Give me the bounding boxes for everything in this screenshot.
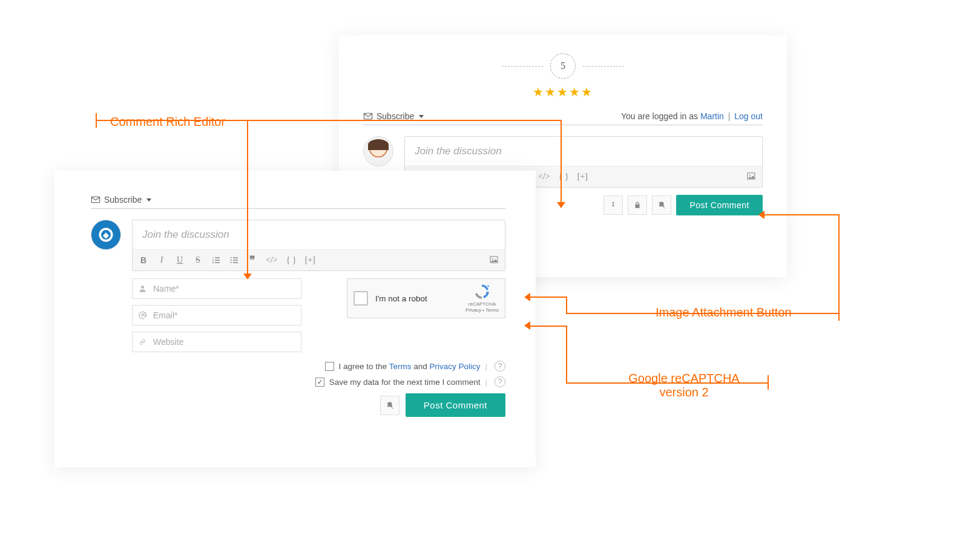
codeblock-button[interactable]: { } [559,172,569,182]
svg-point-10 [231,260,232,261]
avatar [363,136,393,166]
ordered-list-button[interactable] [211,255,221,265]
comment-input-row: Join the discussion B I U S ❞ </> { } [+… [91,220,505,271]
recaptcha-logo: reCAPTCHA Privacy • Terms [465,283,499,313]
star-rating[interactable]: ★★★★★ [363,85,763,99]
star-icon[interactable]: ★ [557,85,569,99]
save-data-checkbox[interactable]: ✓ [315,378,324,387]
rating-widget: 5 ★★★★★ [363,53,763,99]
spoiler-button[interactable]: [+] [577,172,588,182]
comment-editor[interactable]: Join the discussion B I U S ❞ </> { } [+… [132,220,505,271]
separator: | [485,362,487,371]
recaptcha-legal: Privacy • Terms [465,307,499,313]
recaptcha-label: I'm not a robot [375,294,427,303]
italic-button[interactable]: I [157,255,166,265]
subscribe-toggle[interactable]: Subscribe [91,195,151,205]
divider-line [502,66,543,67]
comment-textarea[interactable]: Join the discussion [405,137,762,166]
sticky-button[interactable] [603,195,623,215]
comment-header: Subscribe You are logged in as Martin | … [363,111,763,125]
svg-point-5 [749,174,751,175]
person-icon [138,284,147,293]
fields-column [132,278,301,352]
subscribe-label: Subscribe [104,195,142,205]
agree-terms-row: I agree to the Terms and Privacy Policy … [132,361,505,372]
name-field-wrap [132,278,301,299]
star-icon[interactable]: ★ [545,85,557,99]
subscribe-toggle[interactable]: Subscribe [363,111,424,121]
svg-point-14 [141,286,144,289]
login-status: You are logged in as Martin | Log out [621,111,763,121]
author-fields: I'm not a robot reCAPTCHA Privacy • Term… [91,278,505,352]
guest-comment-panel: Subscribe Join the discussion B I U S ❞ … [54,171,536,467]
at-icon [138,311,147,320]
post-comment-button[interactable]: Post Comment [676,195,763,215]
envelope-icon [363,111,373,121]
svg-point-7 [96,224,117,246]
blockquote-button[interactable]: ❞ [248,254,257,267]
website-field[interactable] [132,332,301,352]
svg-point-9 [231,257,232,258]
svg-rect-8 [103,232,109,238]
svg-rect-6 [91,197,99,202]
save-data-label: Save my data for the next time I comment [329,378,481,387]
separator: | [726,111,732,121]
notify-off-button[interactable] [652,195,671,215]
code-button[interactable]: </> [266,255,278,265]
star-icon[interactable]: ★ [581,85,593,99]
editor-toolbar: B I U S ❞ </> { } [+] [133,250,505,270]
notify-off-button[interactable] [380,396,400,415]
consent-section: I agree to the Terms and Privacy Policy … [91,361,505,387]
terms-link[interactable]: Terms [389,362,412,371]
private-button[interactable] [628,195,647,215]
svg-point-11 [231,262,232,263]
comment-header: Subscribe [91,195,505,209]
post-comment-button[interactable]: Post Comment [406,393,505,417]
strikethrough-button[interactable]: S [193,255,203,265]
recaptcha-brand: reCAPTCHA [465,301,499,307]
bold-button[interactable]: B [139,255,148,265]
recaptcha-widget[interactable]: I'm not a robot reCAPTCHA Privacy • Term… [347,278,505,318]
link-icon [138,338,147,347]
chevron-down-icon [419,115,424,118]
privacy-link[interactable]: Privacy Policy [429,362,480,371]
underline-button[interactable]: U [175,255,185,265]
image-attach-button[interactable] [746,171,756,183]
image-attach-button[interactable] [489,255,499,266]
username-link[interactable]: Martin [700,111,724,121]
logged-in-text: You are logged in as [621,111,700,121]
rating-count-circle: 5 [550,53,576,79]
email-field[interactable] [132,305,301,326]
help-icon[interactable]: ? [495,376,505,387]
envelope-icon [91,195,100,205]
divider-line [583,66,624,67]
logout-link[interactable]: Log out [734,111,763,121]
recaptcha-checkbox[interactable] [354,291,368,306]
star-icon[interactable]: ★ [569,85,581,99]
chevron-down-icon [146,198,151,202]
avatar [91,220,121,250]
help-icon[interactable]: ? [495,361,505,372]
svg-rect-0 [364,113,372,119]
email-field-wrap [132,305,301,326]
save-data-row: ✓ Save my data for the next time I comme… [132,376,505,387]
code-button[interactable]: </> [538,172,550,182]
comment-textarea[interactable]: Join the discussion [133,220,505,250]
annotation-label: Comment Rich Editor [110,115,225,129]
subscribe-label: Subscribe [377,111,414,121]
website-field-wrap [132,332,301,352]
annotation-label: Image Attachment Button [656,306,792,320]
agree-checkbox[interactable] [325,362,334,371]
star-icon[interactable]: ★ [533,85,545,99]
svg-point-13 [492,258,493,259]
unordered-list-button[interactable] [229,255,239,265]
separator: | [485,378,487,387]
actions-row: Post Comment [91,393,505,417]
agree-text: I agree to the Terms and Privacy Policy [339,362,481,371]
spoiler-button[interactable]: [+] [305,255,315,265]
codeblock-button[interactable]: { } [286,255,297,265]
name-field[interactable] [132,278,301,299]
annotation-label: Google reCAPTCHA version 2 [605,372,763,399]
